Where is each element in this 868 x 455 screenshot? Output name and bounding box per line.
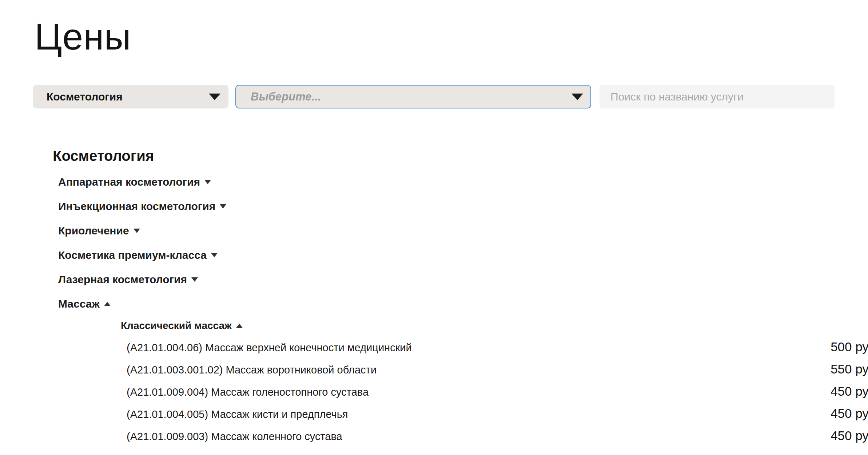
page-title: Цены (35, 18, 868, 55)
service-search-box (600, 85, 835, 108)
service-row: (А21.01.004.005) Массаж кисти и предплеч… (127, 407, 868, 420)
service-search-input[interactable] (610, 91, 824, 103)
service-price: 500 руб. (831, 340, 868, 354)
service-row: (А21.01.009.004) Массаж голеностопного с… (127, 384, 868, 398)
price-list-heading: Косметология (53, 149, 868, 163)
category-label: Косметика премиум-класса (58, 249, 207, 262)
service-name: (А21.01.009.003) Массаж коленного сустав… (127, 430, 342, 443)
category-label: Аппаратная косметология (58, 175, 200, 189)
chevron-down-icon (220, 204, 226, 209)
subcategory-select-placeholder: Выберите... (251, 90, 321, 103)
service-name: (А21.01.004.06) Массаж верхней конечност… (127, 341, 412, 355)
category-toggle-kriolechenie[interactable]: Криолечение (58, 224, 868, 237)
filters-bar: Косметология Выберите... (33, 85, 868, 108)
category-label: Криолечение (58, 224, 129, 237)
category-select-value: Косметология (47, 91, 123, 103)
service-price: 450 руб. (831, 384, 868, 398)
service-name: (А21.01.004.005) Массаж кисти и предплеч… (127, 407, 348, 421)
category-label: Лазерная косметология (58, 273, 187, 286)
subcategory-select[interactable]: Выберите... (235, 85, 591, 108)
service-row: (А21.01.009.003) Массаж коленного сустав… (127, 429, 868, 443)
service-price: 550 руб. (831, 362, 868, 376)
service-name: (А21.01.003.001.02) Массаж воротниковой … (127, 363, 377, 377)
chevron-down-icon (572, 94, 583, 100)
subcategory-toggle-klassicheskiy-massazh[interactable]: Классический массаж (121, 320, 868, 332)
category-toggle-apparatnaya[interactable]: Аппаратная косметология (58, 175, 868, 189)
subcategory-label: Классический массаж (121, 320, 232, 332)
chevron-down-icon (191, 277, 198, 282)
service-price: 450 руб. (831, 407, 868, 420)
service-list: (А21.01.004.06) Массаж верхней конечност… (127, 340, 868, 443)
chevron-up-icon (104, 302, 111, 306)
service-row: (А21.01.003.001.02) Массаж воротниковой … (127, 362, 868, 376)
category-toggle-massazh[interactable]: Массаж (58, 297, 868, 310)
chevron-down-icon (204, 180, 211, 184)
chevron-up-icon (236, 324, 243, 328)
chevron-down-icon (209, 94, 220, 100)
category-select[interactable]: Косметология (33, 85, 228, 108)
category-toggle-inektsionnaya[interactable]: Инъекционная косметология (58, 200, 868, 213)
service-price: 450 руб. (831, 429, 868, 443)
category-list: Аппаратная косметология Инъекционная кос… (58, 175, 868, 443)
service-row: (А21.01.004.06) Массаж верхней конечност… (127, 340, 868, 354)
category-toggle-kosmetika-premium[interactable]: Косметика премиум-класса (58, 249, 868, 262)
category-toggle-lazernaya[interactable]: Лазерная косметология (58, 273, 868, 286)
category-label: Инъекционная косметология (58, 200, 215, 213)
service-name: (А21.01.009.004) Массаж голеностопного с… (127, 385, 369, 399)
chevron-down-icon (134, 229, 140, 233)
chevron-down-icon (211, 253, 218, 257)
category-label: Массаж (58, 297, 100, 310)
